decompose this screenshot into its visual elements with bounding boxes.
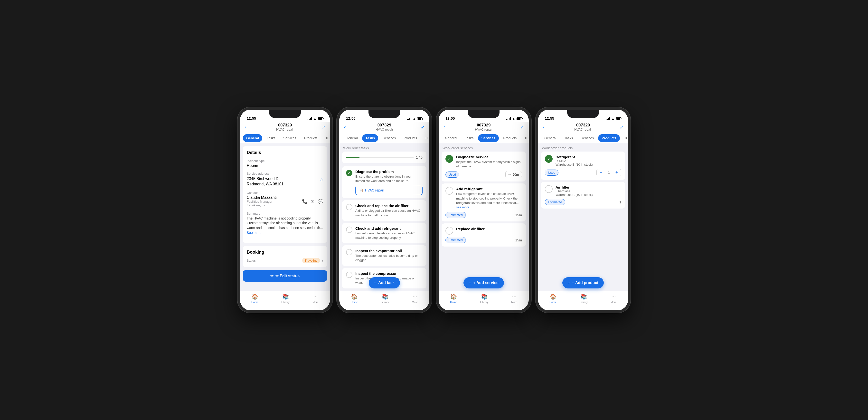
progress-fill: [346, 157, 360, 158]
task-header-3: Check and add refrigerant Low refrigeran…: [346, 226, 423, 240]
progress-section: 1 / 5: [342, 152, 427, 163]
work-order-number-3: 007329: [475, 123, 492, 128]
task-check-3[interactable]: [346, 227, 352, 233]
back-button-1[interactable]: ‹: [245, 124, 252, 130]
task-check-2[interactable]: [346, 204, 352, 210]
time-edit-1[interactable]: ✏ 20m: [505, 171, 522, 178]
notch-3: [468, 110, 499, 118]
nav-library-2[interactable]: 📚 Library: [381, 294, 389, 304]
tab-general-3[interactable]: General: [441, 134, 461, 142]
nav-more-1[interactable]: ··· More: [312, 294, 318, 304]
nav-more-3[interactable]: ··· More: [511, 294, 517, 304]
summary-label: Summary: [247, 212, 323, 215]
nav-library-1[interactable]: 📚 Library: [281, 294, 289, 304]
share-icon-4[interactable]: ⤢: [616, 124, 623, 130]
tab-general-2[interactable]: General: [342, 134, 361, 142]
nav-library-3[interactable]: 📚 Library: [480, 294, 488, 304]
share-icon-1[interactable]: ⤢: [318, 124, 325, 130]
task-check-1[interactable]: ✓: [346, 170, 352, 176]
nav-title-block-2: 007329 HVAC repair: [376, 123, 393, 131]
time-value-3: 15m: [515, 238, 522, 242]
service-header-2: Add refrigerant Low refrigerant levels c…: [445, 187, 522, 210]
edit-status-button[interactable]: ✏ ✏ Edit status: [243, 270, 327, 281]
nav-title-block-1: 007329 HVAC repair: [276, 123, 294, 131]
task-link-1[interactable]: 📋 HVAC repair: [355, 186, 423, 195]
tab-general-1[interactable]: General: [243, 134, 262, 142]
status-icons-4: ▲: [606, 117, 621, 120]
phone-frame-1: 12:55 ▲ ‹: [238, 107, 333, 313]
service-check-1[interactable]: ✓: [445, 155, 453, 163]
tab-products-3[interactable]: Products: [500, 134, 520, 142]
products-section-title: Work order products: [538, 143, 628, 152]
tab-time-3[interactable]: Ti...: [521, 134, 529, 142]
nav-more-4[interactable]: ··· More: [611, 294, 617, 304]
add-service-button[interactable]: + + Add service: [463, 277, 504, 289]
tab-products-4[interactable]: Products: [598, 134, 620, 142]
tab-time-2[interactable]: Ti...: [421, 134, 429, 142]
summary-value: The HVAC machine is not cooling properly…: [247, 216, 323, 235]
fab-container-2: + Add task: [339, 277, 429, 289]
nav-more-2[interactable]: ··· More: [412, 294, 418, 304]
back-button-2[interactable]: ‹: [344, 124, 351, 130]
phone-icon[interactable]: 📞: [302, 199, 307, 204]
nav-home-1[interactable]: 🏠 Home: [251, 294, 258, 304]
nav-home-3[interactable]: 🏠 Home: [450, 294, 457, 304]
home-icon-3: 🏠: [450, 294, 457, 300]
service-footer-2: Estimated 15m: [445, 212, 522, 218]
tab-services-4[interactable]: Services: [578, 134, 597, 142]
add-product-button[interactable]: + + Add product: [562, 277, 604, 289]
see-more-summary[interactable]: See more: [247, 231, 261, 235]
task-check-4[interactable]: [346, 249, 352, 255]
contact-with-actions: Claudia Mazzanti Facilities ManagerFabri…: [247, 196, 323, 208]
tab-time-4[interactable]: Ti...: [621, 134, 628, 142]
tab-products-1[interactable]: Products: [301, 134, 321, 142]
service-check-2[interactable]: [445, 187, 453, 194]
more-label-2: More: [412, 301, 418, 304]
tabs-1: General Tasks Services Products Ti...: [240, 133, 330, 143]
tab-products-2[interactable]: Products: [400, 134, 421, 142]
product-check-1[interactable]: ✓: [545, 155, 553, 163]
product-name-1: Refrigerant: [556, 155, 621, 159]
tasks-section-title: Work order tasks: [339, 143, 429, 152]
product-content-2: Air filter Fiberglass Warehouse B (10 in…: [556, 185, 621, 197]
share-icon-2[interactable]: ⤢: [417, 124, 425, 130]
product-check-2[interactable]: [545, 185, 553, 193]
service-check-3[interactable]: [445, 227, 453, 235]
signal-icon-1: [308, 117, 312, 120]
see-more-service-2[interactable]: see more: [456, 205, 469, 209]
qty-increase-1[interactable]: +: [614, 170, 619, 175]
product-sub2-1: Warehouse B (10 in stock): [556, 163, 621, 167]
mail-icon[interactable]: ✉: [311, 199, 314, 204]
qty-decrease-1[interactable]: −: [599, 170, 603, 175]
tab-tasks-1[interactable]: Tasks: [263, 134, 279, 142]
more-label-3: More: [511, 301, 517, 304]
share-icon-3[interactable]: ⤢: [517, 124, 524, 130]
add-task-button[interactable]: + Add task: [369, 277, 400, 289]
back-button-3[interactable]: ‹: [443, 124, 451, 130]
tab-services-3[interactable]: Services: [478, 134, 499, 142]
tab-services-1[interactable]: Services: [280, 134, 300, 142]
estimated-badge-3: Estimated: [445, 237, 466, 243]
tab-tasks-4[interactable]: Tasks: [561, 134, 577, 142]
bottom-nav-2: 🏠 Home 📚 Library ··· More: [339, 291, 429, 310]
tab-tasks-2[interactable]: Tasks: [362, 134, 378, 142]
nav-library-4[interactable]: 📚 Library: [580, 294, 588, 304]
service-name-1: Diagnostic service: [456, 155, 522, 159]
location-icon[interactable]: ◇: [320, 177, 323, 182]
nav-home-2[interactable]: 🏠 Home: [351, 294, 358, 304]
status-chevron[interactable]: ›: [322, 259, 323, 263]
tab-services-2[interactable]: Services: [379, 134, 399, 142]
home-label-4: Home: [550, 301, 557, 304]
tab-general-4[interactable]: General: [541, 134, 560, 142]
tab-tasks-3[interactable]: Tasks: [462, 134, 477, 142]
more-label-4: More: [611, 301, 617, 304]
task-check-5[interactable]: [346, 272, 352, 278]
nav-home-4[interactable]: 🏠 Home: [550, 294, 557, 304]
tab-time-1[interactable]: Ti...: [322, 134, 330, 142]
task-item-4: Inspect the evaporator coil The evaporat…: [342, 245, 427, 266]
product-qty-num-2: 1: [619, 200, 621, 204]
product-sub1-2: Fiberglass: [556, 189, 621, 193]
chat-icon[interactable]: 💬: [318, 199, 323, 204]
signal-icon-3: [506, 117, 511, 120]
back-button-4[interactable]: ‹: [543, 124, 550, 130]
